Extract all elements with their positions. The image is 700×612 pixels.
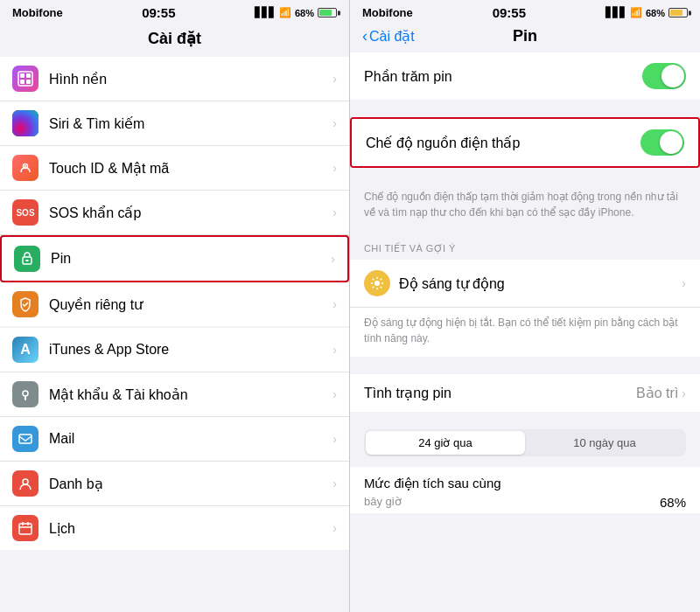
chevron-itunes: › (332, 343, 337, 357)
svg-line-24 (373, 287, 374, 288)
settings-group-display: Hình nền › Siri & Tìm kiếm › Touch ID & … (0, 57, 349, 326)
tab-buttons: 24 giờ qua 10 ngày qua (364, 429, 686, 456)
right-battery-pct: 68% (646, 8, 665, 18)
icon-hinh-nen (12, 66, 38, 92)
right-time: 09:55 (493, 5, 526, 20)
do-sang-section: Độ sáng tự động › Độ sáng tự động hiện b… (350, 260, 700, 357)
tinh-trang-section: Tình trạng pin Bảo trì › (350, 374, 700, 412)
phan-tram-toggle-knob (662, 65, 684, 87)
phan-tram-label: Phần trăm pin (364, 68, 642, 85)
row-label-pin: Pin (51, 251, 331, 267)
svg-point-9 (23, 391, 28, 396)
row-label-touch-id: Touch ID & Mật mã (49, 160, 332, 177)
wifi-icon: 📶 (279, 7, 291, 18)
do-sang-sub: Độ sáng tự động hiện bị tắt. Bạn có thể … (350, 308, 700, 357)
che-do-description: Chế độ nguồn điện thấp tạm thời giảm hoạ… (350, 182, 700, 231)
tinh-trang-row[interactable]: Tình trạng pin Bảo trì › (350, 374, 700, 412)
phan-tram-toggle[interactable] (642, 63, 686, 89)
icon-mat-khau (12, 381, 38, 407)
back-label: Cài đặt (369, 28, 415, 45)
tab-24h[interactable]: 24 giờ qua (366, 431, 525, 455)
right-battery-icon (668, 8, 688, 17)
svg-line-23 (381, 287, 382, 288)
svg-rect-10 (24, 396, 26, 400)
section-header-chi-tiet: CHI TIẾT VÀ GỢI Ý (350, 231, 700, 260)
icon-danh-ba (12, 470, 38, 497)
row-label-sos: SOS khẩn cấp (49, 205, 332, 221)
row-label-mat-khau: Mật khẩu & Tài khoản (49, 386, 332, 403)
settings-row-hinh-nen[interactable]: Hình nền › (0, 57, 349, 101)
svg-rect-3 (20, 80, 24, 84)
tinh-trang-label: Tình trạng pin (364, 385, 636, 401)
chevron-siri: › (332, 116, 337, 130)
right-panel: Mobifone 09:55 ▋▋▋ 📶 68% ‹ Cài đặt Pin P… (350, 0, 700, 612)
right-status-bar: Mobifone 09:55 ▋▋▋ 📶 68% (350, 0, 700, 24)
chi-tiet-section: CHI TIẾT VÀ GỢI Ý Độ sáng tự động › Độ s… (350, 231, 700, 357)
chevron-mail: › (332, 432, 337, 446)
chevron-pin: › (331, 252, 335, 266)
chevron-quyen: › (332, 297, 337, 311)
settings-row-pin[interactable]: Pin › (0, 235, 349, 282)
chevron-lich: › (332, 521, 337, 535)
settings-row-mail[interactable]: Mail › (0, 417, 349, 462)
right-wifi-icon: 📶 (630, 7, 642, 18)
settings-row-touch-id[interactable]: Touch ID & Mật mã › (0, 146, 349, 191)
svg-rect-1 (20, 73, 24, 78)
do-sang-row[interactable]: Độ sáng tự động › (350, 260, 700, 308)
che-do-row: Chế độ nguồn điện thấp (352, 119, 698, 166)
right-signal-icon: ▋▋▋ (606, 7, 626, 18)
svg-point-12 (23, 479, 28, 484)
back-button[interactable]: ‹ Cài đặt (362, 27, 415, 45)
svg-rect-2 (26, 73, 31, 78)
left-panel: Mobifone 09:55 ▋▋▋ 📶 68% Cài đặt Hình nề… (0, 0, 350, 612)
che-do-section: Chế độ nguồn điện thấp (350, 117, 700, 168)
tab-10d[interactable]: 10 ngày qua (525, 431, 684, 455)
row-label-siri: Siri & Tìm kiếm (49, 115, 332, 132)
battery-pct-left: 68% (295, 8, 314, 18)
che-do-toggle-knob (660, 131, 682, 154)
row-label-lich: Lịch (49, 520, 332, 537)
settings-row-sos[interactable]: SOS SOS khẩn cấp › (0, 191, 349, 235)
signal-icon: ▋▋▋ (255, 7, 276, 18)
settings-row-quyen[interactable]: Quyền riêng tư › (0, 282, 349, 326)
settings-row-lich[interactable]: Lịch › (0, 506, 349, 550)
chevron-do-sang: › (682, 276, 686, 290)
settings-row-mat-khau[interactable]: Mật khẩu & Tài khoản › (0, 372, 349, 417)
chevron-hinh-nen: › (332, 72, 337, 86)
svg-rect-8 (26, 260, 29, 261)
chevron-touch-id: › (332, 161, 337, 175)
left-status-bar: Mobifone 09:55 ▋▋▋ 📶 68% (0, 0, 349, 24)
do-sang-label: Độ sáng tự động (399, 275, 682, 292)
svg-rect-11 (19, 435, 32, 443)
muc-dien-bay-gio: bây giờ (364, 495, 402, 510)
icon-lich (12, 515, 38, 541)
settings-row-danh-ba[interactable]: Danh bạ › (0, 462, 349, 506)
muc-dien-label: Mức điện tích sau cùng (350, 467, 700, 495)
row-label-mail: Mail (49, 431, 332, 447)
left-carrier: Mobifone (12, 6, 63, 19)
svg-line-22 (373, 279, 374, 280)
chevron-tinh-trang: › (682, 386, 686, 400)
che-do-label: Chế độ nguồn điện thấp (366, 135, 640, 151)
icon-siri (12, 110, 38, 136)
icon-sos: SOS (12, 199, 38, 226)
chevron-sos: › (332, 205, 337, 219)
icon-itunes: A (12, 337, 38, 363)
right-indicators: ▋▋▋ 📶 68% (606, 7, 688, 18)
chevron-danh-ba: › (332, 476, 337, 490)
row-label-danh-ba: Danh bạ (49, 476, 332, 492)
che-do-toggle[interactable] (640, 129, 684, 156)
icon-pin (14, 246, 40, 272)
left-indicators: ▋▋▋ 📶 68% (255, 7, 337, 18)
muc-dien-pct: 68% (660, 495, 686, 510)
settings-row-itunes[interactable]: A iTunes & App Store › (0, 328, 349, 372)
back-chevron-icon: ‹ (362, 27, 368, 45)
icon-quyen (12, 291, 38, 317)
row-label-hinh-nen: Hình nền (49, 71, 332, 87)
icon-touch-id (12, 155, 38, 181)
settings-row-siri[interactable]: Siri & Tìm kiếm › (0, 101, 349, 146)
left-page-title: Cài đặt (0, 24, 349, 57)
right-content: Phần trăm pin Chế độ nguồn điện thấp Chế… (350, 52, 700, 612)
right-carrier: Mobifone (362, 6, 413, 19)
right-page-title: Pin (513, 27, 537, 45)
